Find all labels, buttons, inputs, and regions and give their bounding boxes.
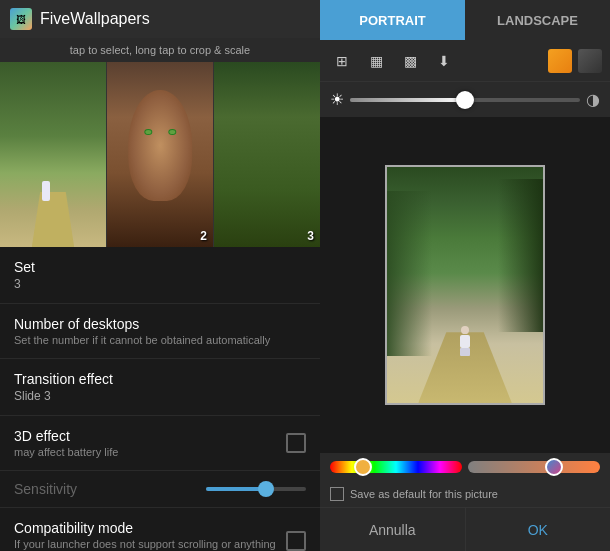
wallpaper-thumb-1[interactable] [0, 62, 107, 247]
sensitivity-fill [206, 487, 266, 491]
figure-legs [460, 348, 470, 356]
settings-3d[interactable]: 3D effect may affect battery life [0, 416, 320, 471]
app-icon: 🖼 [10, 8, 32, 30]
sensitivity-slider[interactable] [206, 487, 306, 491]
grid-icon[interactable]: ⊞ [328, 47, 356, 75]
thumb-number-3: 3 [307, 229, 314, 243]
two-col-icon[interactable]: ▦ [362, 47, 390, 75]
right-panel: PORTRAIT LANDSCAPE ⊞ ▦ ▩ ⬇ ☀ ◑ [320, 0, 610, 551]
settings-set[interactable]: Set 3 [0, 247, 320, 304]
three-col-icon[interactable]: ▩ [396, 47, 424, 75]
brightness-fill [350, 98, 465, 102]
settings-3d-title: 3D effect [14, 428, 286, 444]
app-title: FiveWallpapers [40, 10, 150, 28]
brightness-row: ☀ ◑ [320, 82, 610, 117]
tool-bar: ⊞ ▦ ▩ ⬇ [320, 40, 610, 82]
app-bar: 🖼 FiveWallpapers [0, 0, 320, 38]
sensitivity-label: Sensitivity [14, 481, 77, 497]
cancel-button[interactable]: Annulla [320, 508, 466, 551]
settings-compatibility[interactable]: Compatibility mode If your launcher does… [0, 508, 320, 551]
settings-transition-value: Slide 3 [14, 389, 306, 403]
figure-head [461, 326, 469, 334]
hint-bar: tap to select, long tap to crop & scale [0, 38, 320, 62]
sensitivity-thumb[interactable] [258, 481, 274, 497]
brightness-slider[interactable] [350, 98, 580, 102]
preview-image [385, 165, 545, 405]
color-chip-dark[interactable] [578, 49, 602, 73]
ok-button[interactable]: OK [466, 508, 611, 551]
saturation-slider[interactable] [468, 461, 600, 473]
settings-3d-desc: may affect battery life [14, 446, 286, 458]
compatibility-checkbox[interactable] [286, 531, 306, 551]
settings-desktops[interactable]: Number of desktops Set the number if it … [0, 304, 320, 359]
color-chip-warm[interactable] [548, 49, 572, 73]
orientation-tabs: PORTRAIT LANDSCAPE [320, 0, 610, 40]
settings-compatibility-title: Compatibility mode [14, 520, 286, 536]
wallpaper-thumb-3[interactable]: 3 [214, 62, 320, 247]
brightness-thumb[interactable] [456, 91, 474, 109]
tab-landscape[interactable]: LANDSCAPE [465, 0, 610, 40]
download-icon[interactable]: ⬇ [430, 47, 458, 75]
hue-slider[interactable] [330, 461, 462, 473]
sensitivity-row: Sensitivity [0, 471, 320, 508]
save-default-row: Save as default for this picture [320, 481, 610, 507]
settings-desktops-title: Number of desktops [14, 316, 306, 332]
settings-compatibility-desc: If your launcher does not support scroll… [14, 538, 286, 551]
settings-desktops-desc: Set the number if it cannot be obtained … [14, 334, 306, 346]
save-default-label: Save as default for this picture [350, 488, 498, 500]
preview-figure [458, 326, 472, 356]
tree-left [385, 191, 432, 356]
settings-list: Set 3 Number of desktops Set the number … [0, 247, 320, 551]
left-panel: 🖼 FiveWallpapers tap to select, long tap… [0, 0, 320, 551]
settings-set-value: 3 [14, 277, 306, 291]
action-buttons: Annulla OK [320, 507, 610, 551]
contrast-icon: ◑ [586, 90, 600, 109]
wallpaper-grid[interactable]: 2 3 [0, 62, 320, 247]
tab-portrait[interactable]: PORTRAIT [320, 0, 465, 40]
settings-set-title: Set [14, 259, 306, 275]
settings-transition[interactable]: Transition effect Slide 3 [0, 359, 320, 416]
figure-body [460, 335, 470, 349]
preview-area [320, 117, 610, 453]
wallpaper-thumb-2[interactable]: 2 [107, 62, 214, 247]
hue-sat-row [320, 453, 610, 481]
settings-transition-title: Transition effect [14, 371, 306, 387]
tree-right [498, 179, 545, 332]
saturation-thumb[interactable] [545, 458, 563, 476]
save-default-checkbox[interactable] [330, 487, 344, 501]
hue-thumb[interactable] [354, 458, 372, 476]
3d-checkbox[interactable] [286, 433, 306, 453]
preview-scene [387, 167, 543, 403]
sun-icon: ☀ [330, 90, 344, 109]
thumb-number-2: 2 [200, 229, 207, 243]
